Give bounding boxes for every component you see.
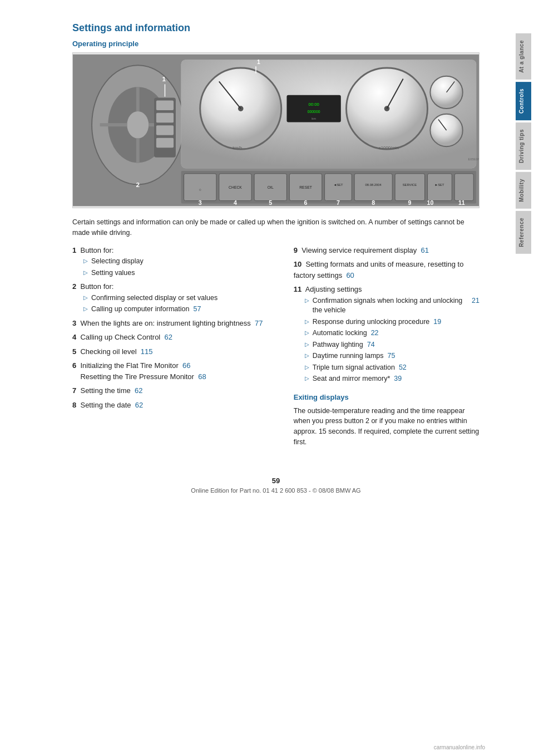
list-item-10: 10 Setting formats and units of measure,… (294, 259, 479, 281)
list-item-6: 6 Initializing the Flat Tire Monitor 66 … (72, 360, 277, 382)
svg-text:x1000/min: x1000/min (379, 145, 399, 150)
svg-text:000000: 000000 (308, 110, 320, 114)
svg-text:○: ○ (199, 188, 201, 192)
sidebar-tab-reference[interactable]: Reference (516, 211, 531, 254)
sub-list-2: Confirming selected display or set value… (83, 293, 277, 315)
svg-rect-45 (354, 174, 392, 201)
list-item-3: 3 When the lights are on: instrument lig… (72, 318, 277, 329)
item-label: Setting the time (80, 386, 130, 395)
watermark: carmanualonline.info (434, 744, 485, 750)
item-num: 6 (72, 361, 76, 370)
section2-heading: Exiting displays (294, 393, 479, 401)
item-num: 2 (72, 282, 76, 291)
sub-item: Automatic locking 22 (305, 328, 479, 338)
page-title: Settings and information (72, 22, 479, 34)
svg-rect-12 (156, 138, 174, 148)
svg-text:08.08.2004: 08.08.2004 (365, 183, 382, 186)
page-number: 59 (72, 477, 479, 485)
svg-text:4: 4 (234, 199, 237, 206)
main-content: Settings and information Operating princ… (0, 0, 513, 756)
item-num: 5 (72, 347, 76, 356)
sub-item: Confirming selected display or set value… (83, 293, 277, 303)
svg-text:6: 6 (304, 199, 308, 206)
svg-text:9: 9 (408, 199, 411, 206)
list-item-2: 2 Button for: Confirming selected displa… (72, 281, 277, 315)
sub-list-11: Confirmation signals when locking and un… (305, 296, 479, 384)
sub-item: Response during unlocking procedure 19 (305, 317, 479, 327)
item-label: Button for: (80, 246, 113, 254)
sidebar-tab-controls[interactable]: Controls (516, 82, 531, 120)
svg-text:km/h: km/h (233, 145, 242, 150)
item-label: Button for: (80, 282, 113, 291)
svg-text:8: 8 (372, 199, 375, 206)
ref-num: 21 (472, 296, 479, 306)
ref-num: 75 (388, 351, 395, 361)
item-num: 4 (72, 333, 76, 341)
item-num: 10 (294, 260, 301, 268)
sub-item: Pathway lighting 74 (305, 340, 479, 350)
item-label: Setting the date (80, 401, 131, 409)
svg-rect-47 (395, 174, 425, 201)
svg-text:►SET: ►SET (434, 183, 444, 186)
ref-num: 74 (367, 340, 375, 350)
svg-text:E65E0N: E65E0N (468, 158, 479, 161)
svg-text:11: 11 (458, 199, 465, 206)
dashboard-image: 2 1 (72, 52, 479, 208)
sub-item: Setting values (83, 268, 277, 278)
svg-text:7: 7 (337, 199, 340, 206)
ref-num: 22 (371, 328, 379, 338)
item-num: 8 (72, 401, 76, 409)
ref-num: 19 (433, 317, 441, 327)
list-item-11: 11 Adjusting settings Confirmation signa… (294, 284, 479, 384)
item-num: 1 (72, 246, 76, 254)
two-column-layout: 1 Button for: Selecting display Setting … (72, 245, 479, 454)
ref-num: 68 (198, 372, 206, 381)
svg-text:1: 1 (162, 75, 166, 82)
item-num: 7 (72, 386, 76, 395)
exit-text: The outside-temperature reading and the … (294, 406, 479, 448)
list-item-4: 4 Calling up Check Control 62 (72, 332, 277, 343)
sub-item: Seat and mirror memory* 39 (305, 374, 479, 384)
ref-num: 60 (346, 271, 354, 279)
svg-rect-43 (325, 174, 352, 201)
sidebar-tab-mobility[interactable]: Mobility (516, 172, 531, 209)
svg-text:CHECK: CHECK (229, 185, 242, 189)
svg-text:RESET: RESET (299, 185, 312, 189)
ref-num: 61 (421, 246, 429, 254)
intro-text: Certain settings and information can onl… (72, 217, 479, 238)
section-heading: Operating principle (72, 40, 479, 48)
sidebar-tabs: At a glance Controls Driving tips Mobili… (513, 0, 534, 756)
ref-num: 39 (394, 374, 402, 384)
svg-text:◄SET: ◄SET (333, 183, 343, 186)
list-item-9: 9 Viewing service requirement display 61 (294, 245, 479, 256)
ref-num: 57 (193, 305, 201, 315)
item-num: 3 (72, 319, 76, 327)
sub-item: Daytime running lamps 75 (305, 351, 479, 361)
svg-text:OIL: OIL (268, 185, 274, 189)
list-item-7: 7 Setting the time 62 (72, 385, 277, 396)
svg-text:10: 10 (427, 199, 433, 206)
item-num: 9 (294, 246, 298, 254)
sub-item: Calling up computer information 57 (83, 305, 277, 315)
ref-num: 62 (135, 401, 143, 409)
sub-item: Triple turn signal activation 52 (305, 363, 479, 373)
svg-rect-11 (156, 125, 174, 135)
svg-text:00:00: 00:00 (308, 102, 319, 107)
svg-point-3 (127, 111, 149, 139)
sidebar-tab-at-a-glance[interactable]: At a glance (516, 33, 531, 80)
ref-num: 66 (182, 361, 190, 370)
footer-text: Online Edition for Part no. 01 41 2 600 … (72, 487, 479, 494)
list-item-8: 8 Setting the date 62 (72, 400, 277, 411)
sub-item: Confirmation signals when locking and un… (305, 296, 479, 316)
svg-text:3: 3 (199, 199, 202, 206)
svg-rect-9 (156, 100, 174, 110)
left-column: 1 Button for: Selecting display Setting … (72, 245, 277, 454)
sidebar-tab-driving-tips[interactable]: Driving tips (516, 122, 531, 170)
ref-num: 77 (255, 319, 263, 327)
ref-num: 62 (135, 386, 142, 395)
ref-num: 115 (141, 347, 153, 356)
sub-list-1: Selecting display Setting values (83, 257, 277, 278)
svg-text:5: 5 (269, 199, 272, 206)
ref-num: 62 (164, 333, 172, 341)
svg-rect-51 (454, 174, 473, 201)
